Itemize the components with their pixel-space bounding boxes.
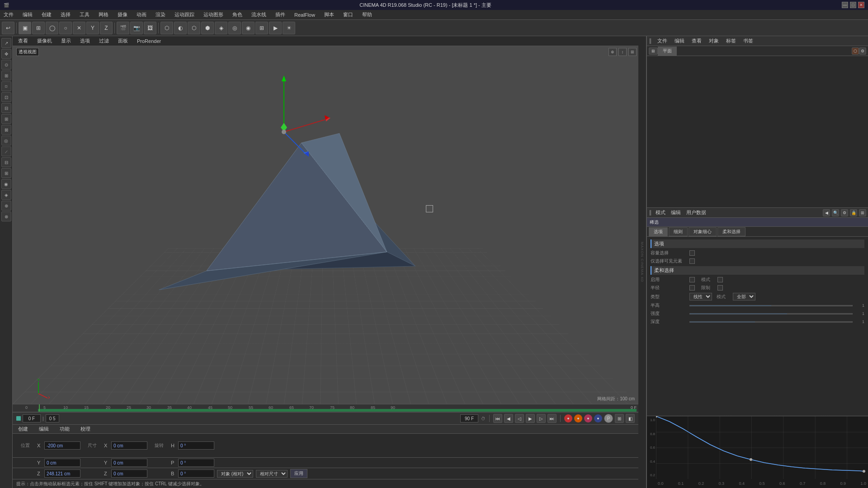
left-tool-6[interactable]: ⊡ (1, 92, 11, 102)
sphere-tool[interactable]: ◐ (174, 22, 187, 34)
menu-tools[interactable]: 工具 (78, 10, 91, 19)
left-tool-4[interactable]: ⊞ (1, 70, 11, 80)
vp-menu-camera[interactable]: 摄像机 (35, 37, 54, 45)
object-space-dropdown[interactable]: 对象 (相对) 世界坐标 (217, 470, 253, 478)
y-pos-input[interactable] (44, 459, 80, 467)
left-tool-8[interactable]: ⊞ (1, 114, 11, 124)
vp-menu-prorender[interactable]: ProRender (135, 38, 163, 45)
record-button[interactable]: ● (564, 414, 572, 422)
obj-menu-bookmark[interactable]: 书签 (741, 37, 755, 45)
render-active[interactable]: 🖼 (144, 22, 156, 34)
y-size-input[interactable] (111, 459, 147, 467)
menu-mesh[interactable]: 网格 (97, 10, 110, 19)
vp-menu-view[interactable]: 查看 (16, 37, 30, 45)
z-size-input[interactable] (111, 469, 147, 478)
obj-menu-tag[interactable]: 标签 (724, 37, 738, 45)
left-tool-16[interactable]: ⊕ (1, 201, 11, 211)
key-button[interactable]: ◧ (626, 414, 635, 423)
softsel-mode2-dropdown[interactable]: 全部 仅选 (733, 293, 755, 300)
minimize-button[interactable]: — (842, 2, 848, 8)
camera-tool[interactable]: ⬢ (201, 22, 214, 34)
goto-start-button[interactable]: ⏮ (493, 414, 502, 423)
strength-slider[interactable] (689, 313, 853, 314)
vp-menu-filter[interactable]: 过滤 (97, 37, 111, 45)
rotate-tool[interactable]: ○ (59, 22, 72, 34)
left-tool-10[interactable]: ◎ (1, 136, 11, 145)
viewport-ctrl-3[interactable]: ⊞ (628, 48, 637, 56)
material-tool[interactable]: ◈ (215, 22, 227, 34)
y-tool[interactable]: Y (86, 22, 99, 34)
menu-mograph[interactable]: 运动图形 (202, 10, 225, 19)
vp-menu-panel[interactable]: 面板 (116, 37, 130, 45)
nurbs-tool[interactable]: ◎ (228, 22, 241, 34)
left-tool-15[interactable]: ◈ (1, 190, 11, 200)
left-tool-9[interactable]: ⊠ (1, 125, 11, 135)
light-tool[interactable]: ⬡ (188, 22, 200, 34)
menu-character[interactable]: 角色 (231, 10, 244, 19)
menu-render[interactable]: 渲染 (154, 10, 167, 19)
softsel-limit-checkbox[interactable] (717, 285, 723, 291)
b-rot-input[interactable] (178, 469, 214, 478)
end-frame-input[interactable] (460, 414, 478, 422)
grid-tool[interactable]: ⊞ (255, 22, 268, 34)
timeline-playhead[interactable] (39, 404, 40, 412)
param-button[interactable]: P (604, 414, 613, 423)
move-tool[interactable]: ⊞ (32, 22, 45, 34)
play-forward-button[interactable]: ▷ (537, 414, 546, 423)
render-region[interactable]: 📷 (130, 22, 143, 34)
softsel-mode-checkbox[interactable] (717, 277, 723, 282)
attr-expand-icon[interactable]: ⊞ (859, 209, 866, 216)
bottom-tab-calibrate[interactable]: 校理 (79, 425, 92, 433)
render-preview[interactable]: 🎬 (117, 22, 129, 34)
viewport[interactable]: 透视视图 ⊕ ↕ ⊞ Y X 网格间距：100 cm (13, 46, 638, 404)
obj-menu-object[interactable]: 对象 (707, 37, 721, 45)
play-back-button[interactable]: ◁ (515, 414, 524, 423)
attr-settings-icon[interactable]: ⚙ (841, 209, 848, 216)
attr-menu-userdata[interactable]: 用户数据 (684, 208, 708, 217)
left-tool-13[interactable]: ⊞ (1, 168, 11, 178)
menu-create[interactable]: 创建 (40, 10, 53, 19)
obj-type-icon[interactable]: ⬡ (852, 47, 859, 55)
menu-realflow[interactable]: RealFlow (292, 11, 317, 19)
undo-button[interactable]: ↩ (2, 22, 14, 34)
attr-menu-mode[interactable]: 模式 (654, 208, 667, 217)
left-tool-3[interactable]: ⊙ (1, 60, 11, 70)
size-mode-dropdown[interactable]: 相对尺寸 绝对尺寸 (256, 470, 288, 478)
menu-script[interactable]: 脚本 (322, 10, 336, 19)
video-tool[interactable]: ▶ (269, 22, 282, 34)
apply-button[interactable]: 应用 (290, 469, 307, 478)
menu-plugins[interactable]: 插件 (274, 10, 287, 19)
attr-tab-detail[interactable]: 细则 (669, 227, 688, 236)
close-button[interactable]: ✕ (858, 2, 864, 8)
delete-tool[interactable]: ✕ (73, 22, 85, 34)
z-tool[interactable]: Z (100, 22, 113, 34)
mid-slider[interactable] (689, 305, 853, 306)
obj-menu-file[interactable]: 文件 (656, 37, 669, 45)
maximize-button[interactable]: □ (850, 2, 856, 8)
obj-mode-btn[interactable]: ⊞ (649, 47, 658, 55)
softsel-enable-checkbox[interactable] (689, 277, 695, 282)
viewport-ctrl-1[interactable]: ⊕ (609, 48, 617, 56)
z-pos-input[interactable] (44, 469, 80, 478)
play-button[interactable]: ▶ (526, 414, 535, 423)
obj-menu-edit[interactable]: 编辑 (673, 37, 686, 45)
fps-input[interactable] (46, 414, 59, 422)
depth-slider[interactable] (689, 321, 853, 323)
visible-only-checkbox[interactable] (689, 258, 695, 264)
menu-animate[interactable]: 动画 (135, 10, 148, 19)
attr-collapse-btn[interactable]: ◀ (823, 209, 830, 216)
attr-menu-edit[interactable]: 编辑 (669, 208, 683, 217)
left-tool-2[interactable]: ✥ (1, 49, 11, 59)
scale-tool[interactable]: ◯ (46, 22, 58, 34)
obj-menu-view[interactable]: 查看 (690, 37, 703, 45)
grid-button[interactable]: ⊞ (615, 414, 624, 423)
menu-file[interactable]: 文件 (2, 10, 15, 19)
menu-pipeline[interactable]: 流水线 (250, 10, 268, 19)
vp-menu-options[interactable]: 选项 (78, 37, 92, 45)
menu-select[interactable]: 选择 (59, 10, 72, 19)
left-tool-11[interactable]: ⟋ (1, 146, 11, 156)
x-size-input[interactable] (111, 441, 147, 450)
bottom-tab-edit[interactable]: 编辑 (37, 425, 51, 433)
select-tool[interactable]: ▣ (19, 22, 31, 34)
softsel-radius-checkbox[interactable] (689, 285, 695, 291)
